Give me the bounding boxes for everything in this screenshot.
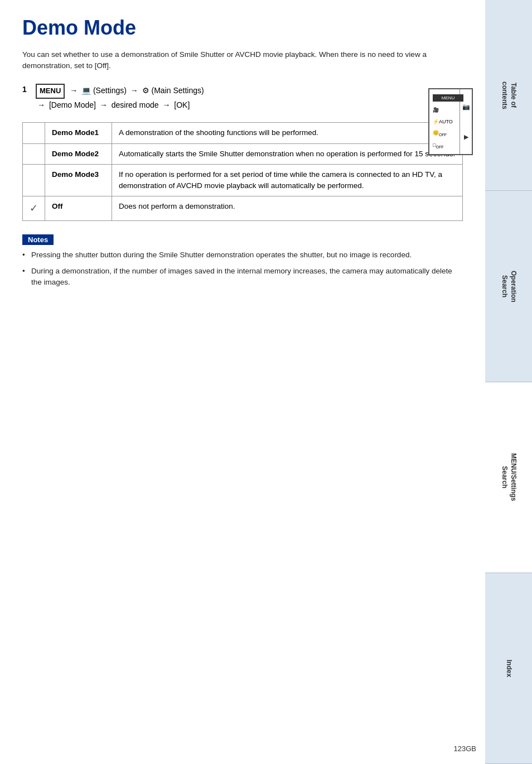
ok-label: [OK] [174,100,190,109]
sidebar-tab-toc[interactable]: Table ofcontents [485,0,532,191]
menu-row-4: □OFF [433,142,456,149]
mode-cell: Demo Mode2 [45,143,112,164]
arrow3: → [37,100,45,109]
page-number: 123GB [454,744,476,753]
instruction-text: MENU → 💻 (Settings) → ⚙ (Main Settings) … [36,84,463,111]
check-cell: ✓ [23,196,45,221]
table-row: Demo Mode1A demonstration of the shootin… [23,123,463,143]
step-number: 1 [22,85,30,94]
note-item: Pressing the shutter button during the S… [22,249,463,261]
notes-section: Notes Pressing the shutter button during… [22,234,463,288]
demo-mode-label: [Demo Mode] [49,100,96,109]
desired-mode: desired mode [112,100,159,109]
camera-menu-image: MENU 🎥 ⚡AUTO 🙂OFF □OFF 📷 ▶ [428,88,473,155]
camera-menu-right: 📷 ▶ [460,89,472,154]
check-cell [23,123,45,143]
sidebar-tab-menu-settings[interactable]: MENU/SettingsSearch [485,382,532,573]
table-row: ✓OffDoes not perform a demonstration. [23,196,463,221]
arrow1: → [70,86,78,95]
arrow2: → [130,86,138,95]
menu-label: MENU [36,84,65,99]
notes-label: Notes [22,234,54,245]
menu-row-1: 🎥 [433,107,456,113]
menu-top-bar: MENU [433,94,463,102]
menu-row-2: ⚡AUTO [433,119,456,124]
arrow4: → [100,100,108,109]
flash-icon: ⚡AUTO [433,119,453,124]
play-icon: ▶ [464,133,468,141]
main-content: Demo Mode You can set whether to use a d… [0,0,485,764]
table-row: Demo Mode3If no operation is performed f… [23,164,463,196]
disp-icon: □OFF [433,142,443,149]
check-cell [23,164,45,196]
mode-cell: Demo Mode1 [45,123,112,143]
notes-list: Pressing the shutter button during the S… [22,249,463,288]
description-cell: A demonstration of the shooting function… [112,123,463,143]
instruction-block: 1 MENU → 💻 (Settings) → ⚙ (Main Settings… [22,84,463,111]
camera-menu-items: MENU 🎥 ⚡AUTO 🙂OFF □OFF [429,89,460,154]
settings-label: (Settings) [93,86,127,95]
intro-text: You can set whether to use a demonstrati… [22,49,463,72]
sidebar-tab-operation[interactable]: OperationSearch [485,191,532,382]
note-item: During a demonstration, if the number of… [22,266,463,289]
main-settings-label: (Main Settings) [152,86,204,95]
mode-cell: Demo Mode3 [45,164,112,196]
check-cell [23,143,45,164]
sidebar-tab-index[interactable]: Index [485,573,532,764]
description-cell: Does not perform a demonstration. [112,196,463,221]
menu-row-3: 🙂OFF [433,130,456,137]
demo-table: Demo Mode1A demonstration of the shootin… [22,122,463,221]
arrow5: → [162,100,170,109]
settings-icon: 💻 [81,86,91,95]
sidebar: Table ofcontents OperationSearch MENU/Se… [485,0,532,764]
table-row: Demo Mode2Automatically starts the Smile… [23,143,463,164]
face-icon: 🙂OFF [433,130,447,137]
camera-icon: 🎥 [433,107,439,113]
info-icon: 📷 [462,103,470,110]
main-settings-icon: ⚙ [142,86,149,95]
description-cell: If no operation is performed for a set p… [112,164,463,196]
description-cell: Automatically starts the Smile Shutter d… [112,143,463,164]
page-title: Demo Mode [22,17,463,39]
mode-cell: Off [45,196,112,221]
